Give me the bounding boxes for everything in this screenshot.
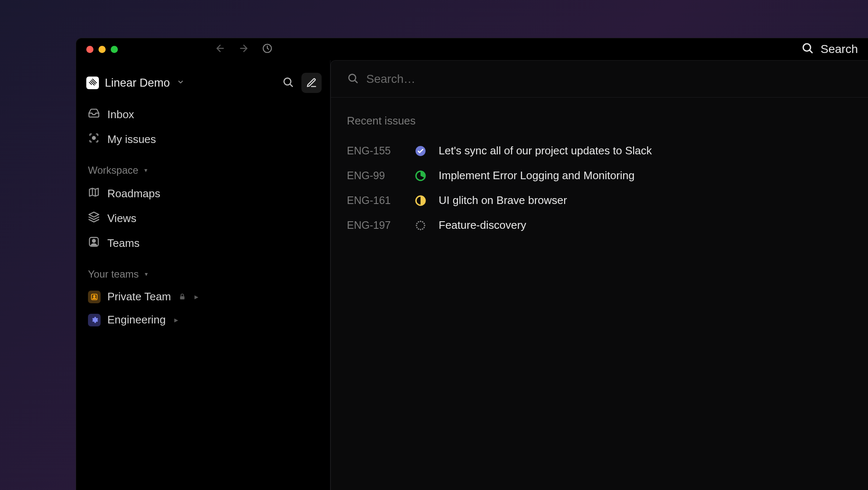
issue-title: Feature-discovery [439,219,526,232]
section-label: Your teams [88,268,139,280]
issue-id: ENG-197 [347,219,402,231]
main-panel: Recent issues ENG-155Let's sync all of o… [330,60,868,490]
svg-rect-8 [180,296,185,299]
svg-point-20 [416,222,418,224]
svg-point-7 [93,295,95,297]
sidebar-item-inbox[interactable]: Inbox [86,102,322,127]
svg-point-24 [423,222,425,224]
status-inprogress-icon [415,195,426,206]
issue-row[interactable]: ENG-155Let's sync all of our project upd… [347,138,852,163]
back-button[interactable] [215,43,226,56]
workspace-name: Linear Demo [105,77,170,90]
section-label: Workspace [88,164,138,176]
triangle-down-icon: ▼ [144,271,149,277]
section-workspace[interactable]: Workspace ▼ [86,152,322,181]
search-input[interactable] [366,72,852,86]
svg-point-15 [422,228,423,229]
sidebar-item-teams[interactable]: Teams [86,231,322,256]
status-started-icon [415,170,426,181]
svg-point-19 [416,225,417,226]
issue-id: ENG-155 [347,145,402,157]
minimize-window-button[interactable] [99,46,106,53]
team-icon [88,314,101,326]
sidebar-search-button[interactable] [279,73,297,93]
chevron-down-icon [177,78,184,87]
sidebar-item-my-issues[interactable]: My issues [86,127,322,152]
svg-point-16 [420,229,421,230]
body: Linear Demo Inbox [76,60,868,490]
svg-point-22 [420,220,421,222]
team-private[interactable]: Private Team ▶ [86,285,322,308]
maximize-window-button[interactable] [111,46,118,53]
issue-row[interactable]: ENG-161UI glitch on Brave browser [347,188,852,213]
svg-point-23 [422,221,423,222]
sidebar-item-views[interactable]: Views [86,206,322,231]
nav-label: Roadmaps [107,187,160,200]
search-icon [801,42,814,57]
issue-row[interactable]: ENG-99Implement Error Logging and Monito… [347,163,852,188]
sidebar-item-roadmaps[interactable]: Roadmaps [86,181,322,206]
issue-row[interactable]: ENG-197Feature-discovery [347,213,852,238]
target-icon [88,132,100,147]
svg-point-5 [93,239,96,242]
team-engineering[interactable]: Engineering ▶ [86,308,322,331]
status-done-icon [415,146,426,156]
layers-icon [88,211,100,226]
nav-controls [215,43,273,56]
search-bar [331,61,868,98]
close-window-button[interactable] [86,46,93,53]
workspace-switcher[interactable]: Linear Demo [86,70,322,102]
titlebar: Search [76,38,868,60]
app-window: Search Linear Demo [76,38,868,490]
svg-point-17 [418,228,419,229]
triangle-right-icon: ▶ [174,317,178,323]
results: Recent issues ENG-155Let's sync all of o… [331,98,868,254]
team-label: Engineering [107,313,166,326]
issue-id: ENG-99 [347,170,402,182]
search-icon [347,72,359,86]
person-icon [88,236,100,251]
nav-label: Inbox [107,108,134,121]
team-icon [88,291,101,303]
status-backlog-icon [415,220,426,231]
issue-title: Implement Error Logging and Monitoring [439,169,634,182]
issue-id: ENG-161 [347,194,402,207]
svg-point-18 [416,227,418,228]
sidebar: Linear Demo Inbox [76,60,330,490]
svg-point-14 [423,227,425,228]
inbox-icon [88,107,100,122]
workspace-logo [86,77,99,89]
team-label: Private Team [107,290,171,303]
window-controls [86,46,118,53]
nav-label: My issues [107,133,156,146]
triangle-right-icon: ▶ [194,294,198,300]
history-button[interactable] [262,43,273,56]
section-your-teams[interactable]: Your teams ▼ [86,256,322,285]
forward-button[interactable] [238,43,249,56]
global-search-label: Search [820,42,858,56]
issue-title: Let's sync all of our project updates to… [439,144,652,157]
map-icon [88,186,100,201]
global-search[interactable]: Search [801,42,858,57]
lock-icon [178,290,186,303]
svg-point-13 [424,225,425,226]
compose-button[interactable] [301,73,322,93]
nav-label: Views [107,212,136,225]
triangle-down-icon: ▼ [144,167,149,173]
results-heading: Recent issues [347,114,852,127]
svg-point-21 [418,221,419,222]
nav-label: Teams [107,237,140,250]
svg-point-3 [93,137,96,140]
issue-title: UI glitch on Brave browser [439,194,567,207]
